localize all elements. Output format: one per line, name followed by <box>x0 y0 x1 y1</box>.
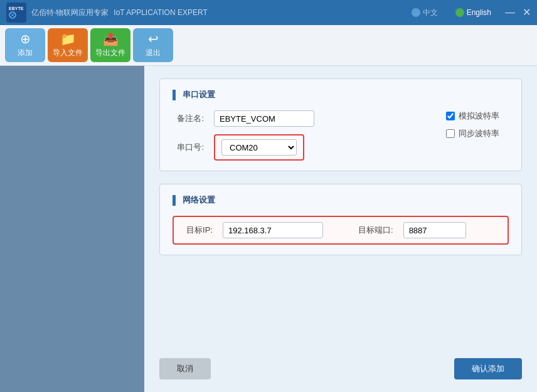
title-text: 亿佰特·物联网应用专家 <box>31 8 109 18</box>
sim-baud-label: 模拟波特率 <box>459 110 499 122</box>
serial-content: 备注名: 串口号: COM20 COM1 COM2 COM3 <box>173 110 509 161</box>
target-port-input[interactable] <box>403 222 466 238</box>
serial-section-title: 串口设置 <box>173 89 509 100</box>
cancel-button[interactable]: 取消 <box>159 358 211 379</box>
subtitle-text: IoT APPLICATION EXPERT <box>114 8 207 17</box>
sidebar <box>0 66 144 392</box>
sync-baud-checkbox-label[interactable]: 同步波特率 <box>446 128 509 139</box>
target-ip-label: 目标IP: <box>181 225 213 236</box>
target-port-label: 目标端口: <box>358 225 393 236</box>
target-ip-input[interactable] <box>223 222 323 238</box>
toolbar: ⊕ 添加 📁 导入文件 📤 导出文件 ↩ 退出 <box>0 25 537 66</box>
import-icon: 📁 <box>60 33 76 45</box>
sync-baud-checkbox[interactable] <box>446 129 455 138</box>
minimize-button[interactable]: — <box>505 8 515 18</box>
english-globe-icon <box>455 8 464 17</box>
port-select[interactable]: COM20 COM1 COM2 COM3 <box>221 139 297 156</box>
note-label: 备注名: <box>173 113 204 124</box>
port-label: 串口号: <box>173 142 204 153</box>
exit-label: 退出 <box>146 48 161 58</box>
sync-baud-label: 同步波特率 <box>459 128 499 139</box>
port-highlight: COM20 COM1 COM2 COM3 <box>214 134 304 161</box>
title-bar-left: EBYTE 亿佰特·物联网应用专家 IoT APPLICATION EXPERT <box>6 3 208 23</box>
main-layout: 串口设置 备注名: 串口号: COM20 COM1 <box>0 66 537 392</box>
export-label: 导出文件 <box>95 48 125 58</box>
note-input[interactable] <box>214 110 314 127</box>
export-icon: 📤 <box>103 33 119 45</box>
sim-baud-checkbox-label[interactable]: 模拟波特率 <box>446 110 509 122</box>
content-area: 串口设置 备注名: 串口号: COM20 COM1 <box>144 66 537 392</box>
title-bar: EBYTE 亿佰特·物联网应用专家 IoT APPLICATION EXPERT… <box>0 0 537 25</box>
checkbox-group: 模拟波特率 同步波特率 <box>446 110 509 139</box>
close-button[interactable]: ✕ <box>523 8 531 18</box>
network-section-title: 网络设置 <box>173 194 509 206</box>
lang-chinese-label: 中文 <box>423 8 438 18</box>
exit-button[interactable]: ↩ 退出 <box>133 28 173 62</box>
port-row: 串口号: COM20 COM1 COM2 COM3 <box>173 134 402 161</box>
chinese-globe-icon <box>412 8 420 17</box>
add-icon: ⊕ <box>20 33 31 45</box>
bottom-actions: 取消 确认添加 <box>159 358 522 379</box>
svg-rect-0 <box>6 3 26 23</box>
confirm-button[interactable]: 确认添加 <box>454 358 522 379</box>
import-button[interactable]: 📁 导入文件 <box>48 28 88 62</box>
import-label: 导入文件 <box>53 48 83 58</box>
export-button[interactable]: 📤 导出文件 <box>90 28 130 62</box>
network-section: 网络设置 目标IP: 目标端口: <box>159 184 522 255</box>
network-highlight-row: 目标IP: 目标端口: <box>173 216 509 245</box>
add-label: 添加 <box>18 48 33 58</box>
ebyte-logo-icon: EBYTE <box>6 3 26 23</box>
window-controls: — ✕ <box>505 8 531 18</box>
exit-icon: ↩ <box>148 33 159 45</box>
lang-english-btn[interactable]: English <box>452 7 495 18</box>
title-bar-right: 中文 English — ✕ <box>408 6 531 19</box>
sim-baud-checkbox[interactable] <box>446 112 455 120</box>
lang-chinese-btn[interactable]: 中文 <box>408 6 442 19</box>
serial-right: 模拟波特率 同步波特率 <box>421 110 509 139</box>
note-row: 备注名: <box>173 110 402 127</box>
lang-english-label: English <box>467 8 491 17</box>
add-button[interactable]: ⊕ 添加 <box>5 28 45 62</box>
svg-text:EBYTE: EBYTE <box>9 6 24 11</box>
serial-left: 备注名: 串口号: COM20 COM1 COM2 COM3 <box>173 110 402 161</box>
serial-section: 串口设置 备注名: 串口号: COM20 COM1 <box>159 78 522 171</box>
